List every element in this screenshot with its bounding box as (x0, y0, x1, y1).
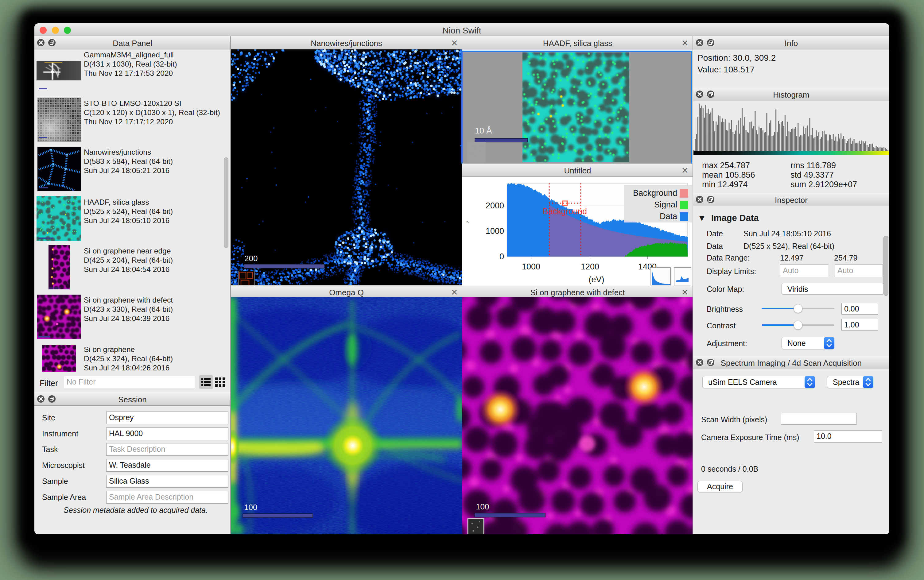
svg-text:10 Å: 10 Å (475, 126, 492, 135)
svg-text:1000: 1000 (486, 226, 504, 236)
svg-text:1200: 1200 (581, 262, 599, 271)
svg-text:∿: ∿ (466, 219, 470, 224)
svg-text:100: 100 (476, 502, 489, 511)
svg-text:2000: 2000 (486, 201, 504, 210)
svg-text:0: 0 (500, 252, 504, 261)
svg-text:100: 100 (244, 503, 257, 512)
svg-text:Background: Background (543, 207, 587, 216)
svg-text:Background: Background (633, 188, 677, 198)
svg-text:Data: Data (660, 212, 678, 221)
svg-text:200: 200 (244, 254, 257, 263)
svg-text:(eV): (eV) (589, 275, 604, 284)
svg-text:1000: 1000 (522, 262, 540, 271)
svg-text:Signal: Signal (654, 200, 677, 209)
